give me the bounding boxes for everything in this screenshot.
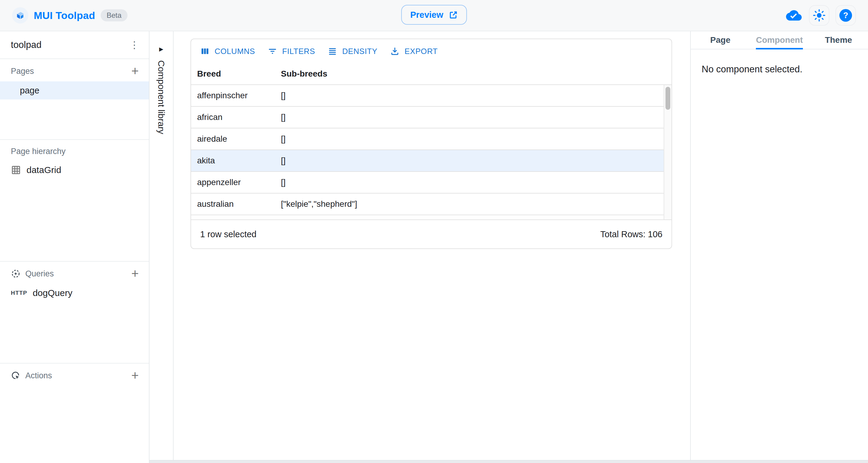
- density-icon: [328, 47, 337, 56]
- mui-toolpad-logo-icon: [12, 7, 28, 24]
- filter-list-icon: [268, 47, 277, 56]
- inspector-panel: Page Component Theme No component select…: [690, 31, 868, 463]
- filters-button[interactable]: FILTERS: [263, 42, 320, 60]
- grid-scrollbar-thumb[interactable]: [665, 87, 670, 110]
- expand-library-chevron-icon[interactable]: ▶: [159, 46, 163, 53]
- columns-icon: [200, 47, 210, 56]
- page-item-label: page: [20, 86, 39, 96]
- datagrid-node-label: dataGrid: [27, 165, 61, 175]
- cell-breed: affenpinscher: [191, 91, 275, 100]
- columns-button[interactable]: COLUMNS: [195, 42, 260, 60]
- datagrid-footer: 1 row selected Total Rows: 106: [191, 219, 672, 248]
- datagrid-component[interactable]: COLUMNS FILTERS: [190, 38, 672, 249]
- preview-button[interactable]: Preview: [401, 5, 467, 25]
- queries-section-header: Queries +: [0, 265, 149, 283]
- cell-subbreeds: []: [275, 91, 664, 100]
- beta-badge: Beta: [101, 9, 127, 22]
- inspector-tabs: Page Component Theme: [691, 31, 868, 50]
- column-header-subbreeds[interactable]: Sub-breeds: [275, 69, 672, 79]
- actions-section-header: Actions +: [0, 367, 149, 384]
- sidebar-item-page[interactable]: page: [0, 82, 149, 99]
- bottom-scroll-gutter: [150, 460, 868, 463]
- table-row-selected[interactable]: akita []: [191, 150, 664, 172]
- filters-button-label: FILTERS: [282, 47, 315, 56]
- sidebar-item-datagrid[interactable]: dataGrid: [0, 160, 149, 180]
- table-row[interactable]: affenpinscher []: [191, 85, 664, 107]
- columns-button-label: COLUMNS: [215, 47, 255, 56]
- add-page-button[interactable]: +: [126, 62, 144, 80]
- table-row[interactable]: appenzeller []: [191, 172, 664, 193]
- component-library-panel[interactable]: ▶ Component library: [150, 31, 174, 463]
- sidebar-divider: [0, 261, 149, 261]
- tab-page[interactable]: Page: [691, 31, 750, 49]
- export-button-label: EXPORT: [404, 47, 438, 56]
- top-bar: MUI Toolpad Beta Preview: [0, 0, 868, 31]
- cell-breed: appenzeller: [191, 178, 275, 187]
- preview-button-label: Preview: [410, 10, 443, 20]
- dogquery-node-label: dogQuery: [33, 288, 72, 298]
- page-canvas[interactable]: COLUMNS FILTERS: [174, 31, 690, 463]
- project-header: toolpad ⋮: [0, 31, 149, 59]
- theme-toggle-button[interactable]: [809, 5, 830, 26]
- http-badge: HTTP: [11, 290, 27, 296]
- cell-subbreeds: []: [275, 156, 664, 165]
- sidebar-divider: [0, 363, 149, 364]
- topbar-actions: ?: [785, 5, 856, 26]
- project-name: toolpad: [11, 39, 41, 50]
- table-row[interactable]: [191, 215, 664, 219]
- grid-component-icon: [11, 165, 21, 175]
- cell-breed: australian: [191, 199, 275, 209]
- add-action-button[interactable]: +: [126, 367, 144, 384]
- toolpad-app: MUI Toolpad Beta Preview: [0, 0, 868, 463]
- brand: MUI Toolpad Beta: [12, 7, 127, 24]
- tab-theme[interactable]: Theme: [809, 31, 868, 49]
- cell-breed: akita: [191, 156, 275, 165]
- cell-subbreeds: []: [275, 178, 664, 187]
- actions-section-label: Actions: [25, 371, 52, 380]
- table-row[interactable]: african []: [191, 107, 664, 128]
- datagrid-rows-viewport: affenpinscher [] african [] airedale [] …: [191, 85, 672, 219]
- cloud-saved-icon: [785, 5, 803, 26]
- cell-breed: african: [191, 113, 275, 122]
- sidebar-item-dogquery[interactable]: HTTP dogQuery: [0, 284, 149, 302]
- app-title: MUI Toolpad: [34, 10, 95, 22]
- actions-click-icon: [11, 371, 21, 380]
- no-component-message: No component selected.: [691, 50, 868, 75]
- add-query-button[interactable]: +: [126, 265, 144, 283]
- pages-section-label: Pages: [11, 67, 34, 76]
- cell-breed: airedale: [191, 134, 275, 144]
- open-in-new-icon: [449, 10, 458, 19]
- export-button[interactable]: EXPORT: [385, 42, 442, 60]
- density-button[interactable]: DENSITY: [323, 42, 382, 60]
- component-library-label: Component library: [156, 60, 166, 134]
- sun-icon: [813, 9, 826, 22]
- cell-subbreeds: []: [275, 134, 664, 144]
- queries-icon: [11, 269, 21, 279]
- datagrid-header-row: Breed Sub-breeds: [191, 63, 672, 85]
- hierarchy-section-header: Page hierarchy: [0, 142, 149, 160]
- table-row[interactable]: airedale []: [191, 128, 664, 150]
- hierarchy-section-label: Page hierarchy: [11, 147, 66, 156]
- density-button-label: DENSITY: [342, 47, 377, 56]
- explorer-sidebar: toolpad ⋮ Pages + page Page hierarchy: [0, 31, 150, 463]
- pages-section-header: Pages +: [0, 62, 149, 80]
- datagrid-toolbar: COLUMNS FILTERS: [191, 39, 672, 63]
- queries-section-label: Queries: [25, 269, 54, 279]
- cell-subbreeds: ["kelpie","shepherd"]: [275, 199, 664, 209]
- app-body: toolpad ⋮ Pages + page Page hierarchy: [0, 31, 868, 463]
- total-rows-count: Total Rows: 106: [600, 229, 662, 239]
- sidebar-divider: [0, 139, 149, 140]
- help-button[interactable]: ?: [835, 5, 856, 26]
- grid-scrollbar-track[interactable]: [664, 85, 672, 219]
- tab-component[interactable]: Component: [750, 31, 809, 49]
- table-row[interactable]: australian ["kelpie","shepherd"]: [191, 193, 664, 215]
- project-menu-button[interactable]: ⋮: [126, 36, 143, 53]
- download-icon: [390, 47, 400, 56]
- cell-subbreeds: []: [275, 113, 664, 122]
- selection-status: 1 row selected: [200, 229, 256, 239]
- help-question-icon: ?: [839, 9, 852, 22]
- column-header-breed[interactable]: Breed: [191, 69, 275, 79]
